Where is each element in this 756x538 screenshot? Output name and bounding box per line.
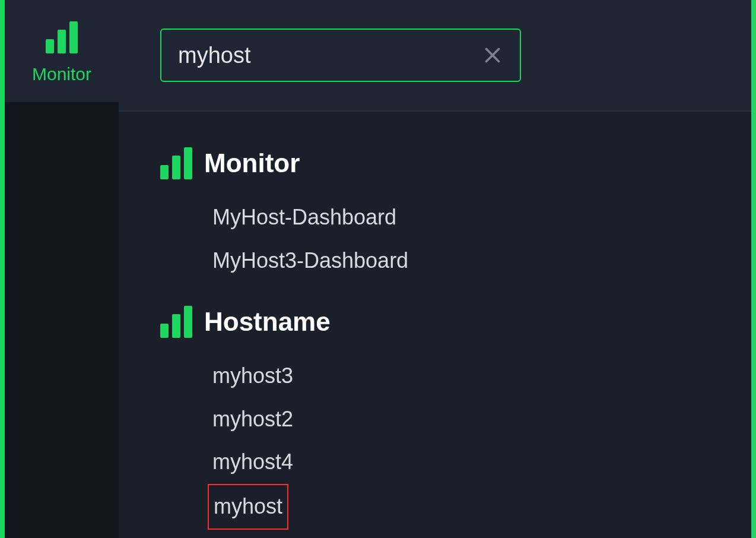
result-item[interactable]: MyHost-Dashboard — [208, 196, 401, 239]
main: Monitor MyHost-Dashboard MyHost3-Dashboa… — [119, 0, 751, 538]
sidebar-empty — [5, 102, 119, 538]
section-monitor: Monitor MyHost-Dashboard MyHost3-Dashboa… — [160, 147, 751, 282]
section-title: Monitor — [204, 148, 300, 178]
section-header: Monitor — [160, 147, 751, 179]
search-results: Monitor MyHost-Dashboard MyHost3-Dashboa… — [119, 112, 751, 538]
bars-icon — [160, 306, 192, 338]
section-items: MyHost-Dashboard MyHost3-Dashboard — [208, 196, 751, 282]
sidebar-item-label: Monitor — [32, 64, 91, 84]
search-box[interactable] — [160, 29, 521, 82]
section-items: myhost3 myhost2 myhost4 myhost — [208, 355, 751, 529]
section-hostname: Hostname myhost3 myhost2 myhost4 myhost — [160, 306, 751, 529]
clear-icon[interactable] — [482, 45, 503, 66]
search-input[interactable] — [178, 43, 482, 68]
section-title: Hostname — [204, 307, 331, 337]
result-item[interactable]: MyHost3-Dashboard — [208, 239, 413, 283]
result-item[interactable]: myhost4 — [208, 441, 298, 484]
bars-icon — [46, 21, 78, 53]
result-item[interactable]: myhost2 — [208, 398, 298, 441]
sidebar-item-monitor[interactable]: Monitor — [5, 0, 119, 102]
section-header: Hostname — [160, 306, 751, 338]
result-item-highlighted[interactable]: myhost — [208, 484, 288, 530]
bars-icon — [160, 147, 192, 179]
result-item[interactable]: myhost3 — [208, 355, 298, 398]
sidebar: Monitor — [5, 0, 119, 538]
topbar — [119, 0, 751, 112]
